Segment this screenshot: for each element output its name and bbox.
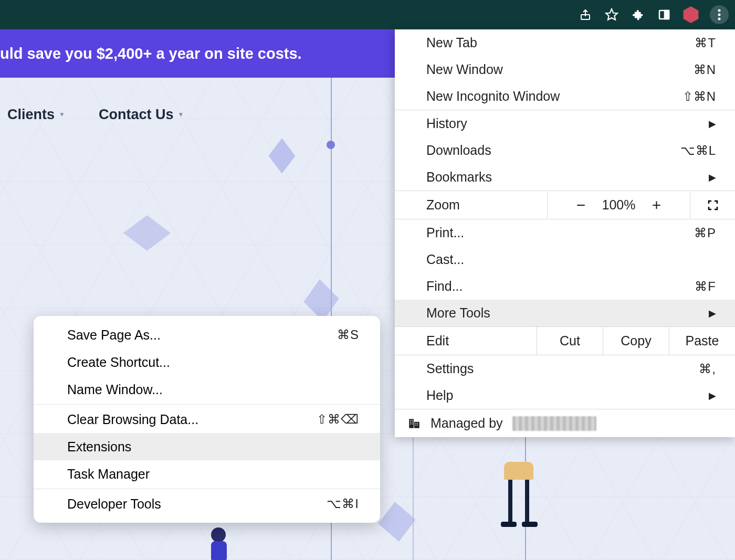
- menu-history[interactable]: History ▶: [395, 110, 735, 137]
- svg-rect-15: [410, 424, 411, 425]
- shortcut-label: ⌘P: [694, 226, 716, 240]
- fullscreen-button[interactable]: [690, 192, 735, 218]
- svg-rect-18: [417, 422, 418, 424]
- zoom-value: 100%: [602, 197, 636, 213]
- menu-zoom-row: Zoom − 100% +: [395, 191, 735, 219]
- managed-prefix: Managed by: [430, 416, 503, 431]
- nav-contact-label: Contact Us: [99, 107, 174, 123]
- chevron-right-icon: ▶: [709, 308, 716, 319]
- nav-contact-us[interactable]: Contact Us ▼: [99, 107, 184, 123]
- menu-label: Cast...: [426, 252, 464, 267]
- chevron-right-icon: ▶: [709, 172, 716, 183]
- svg-rect-13: [410, 421, 411, 422]
- zoom-in-button[interactable]: +: [646, 196, 667, 214]
- shortcut-label: ⌥⌘I: [327, 496, 359, 511]
- menu-label: Find...: [426, 279, 463, 294]
- menu-new-tab[interactable]: New Tab ⌘T: [395, 29, 735, 56]
- submenu-extensions[interactable]: Extensions: [34, 433, 380, 460]
- zoom-label: Zoom: [395, 191, 547, 219]
- nav-clients-label: Clients: [7, 107, 55, 123]
- browser-toolbar: [0, 0, 735, 29]
- nav-clients[interactable]: Clients ▼: [7, 107, 65, 123]
- promo-text: uld save you $2,400+ a year on site cost…: [0, 45, 302, 62]
- share-icon[interactable]: [578, 7, 593, 23]
- svg-rect-9: [409, 419, 414, 428]
- menu-label: New Incognito Window: [426, 89, 560, 104]
- chevron-right-icon: ▶: [709, 390, 716, 401]
- shortcut-label: ⌘,: [699, 362, 716, 376]
- svg-rect-20: [417, 425, 418, 426]
- menu-label: More Tools: [426, 305, 490, 321]
- menu-print[interactable]: Print... ⌘P: [395, 219, 735, 246]
- menu-label: Extensions: [67, 439, 131, 455]
- menu-label: New Tab: [426, 35, 477, 50]
- shortcut-label: ⇧⌘N: [682, 89, 716, 104]
- svg-marker-1: [606, 9, 617, 20]
- submenu-task-manager[interactable]: Task Manager: [34, 460, 380, 488]
- menu-label: Help: [426, 388, 453, 403]
- side-panel-icon[interactable]: [656, 7, 672, 23]
- submenu-create-shortcut[interactable]: Create Shortcut...: [34, 348, 380, 376]
- illustration-person: [211, 527, 227, 560]
- profile-avatar[interactable]: [682, 6, 699, 23]
- menu-more-tools[interactable]: More Tools ▶: [395, 300, 735, 326]
- shortcut-label: ⌘F: [695, 279, 716, 294]
- menu-label: Name Window...: [67, 382, 163, 397]
- menu-label: History: [426, 116, 467, 131]
- menu-label: Downloads: [426, 143, 491, 158]
- svg-rect-3: [665, 10, 669, 19]
- shortcut-label: ⌘S: [337, 327, 359, 342]
- submenu-developer-tools[interactable]: Developer Tools ⌥⌘I: [34, 490, 380, 517]
- bookmark-star-icon[interactable]: [604, 7, 620, 23]
- svg-point-6: [718, 18, 721, 20]
- chevron-down-icon: ▼: [177, 111, 184, 118]
- svg-rect-17: [415, 422, 416, 424]
- menu-label: Settings: [426, 361, 474, 376]
- menu-label: Developer Tools: [67, 496, 161, 512]
- menu-label: Create Shortcut...: [67, 355, 170, 370]
- zoom-out-button[interactable]: −: [571, 196, 592, 214]
- edit-label: Edit: [395, 327, 537, 355]
- menu-edit-row: Edit Cut Copy Paste: [395, 326, 735, 355]
- shortcut-label: ⇧⌘⌫: [317, 412, 359, 427]
- svg-rect-10: [414, 421, 419, 428]
- menu-cast[interactable]: Cast...: [395, 246, 735, 273]
- menu-bookmarks[interactable]: Bookmarks ▶: [395, 164, 735, 191]
- managed-by-row[interactable]: Managed by: [395, 409, 735, 437]
- menu-new-window[interactable]: New Window ⌘N: [395, 56, 735, 83]
- chevron-down-icon: ▼: [59, 111, 65, 118]
- menu-downloads[interactable]: Downloads ⌥⌘L: [395, 137, 735, 164]
- svg-rect-19: [415, 425, 416, 426]
- menu-label: Clear Browsing Data...: [67, 412, 198, 427]
- edit-cut-button[interactable]: Cut: [537, 327, 603, 355]
- building-icon: [407, 417, 421, 430]
- menu-label: Print...: [426, 225, 464, 240]
- chevron-right-icon: ▶: [709, 118, 716, 130]
- illustration-person-legs: [504, 462, 541, 527]
- menu-find[interactable]: Find... ⌘F: [395, 273, 735, 300]
- menu-new-incognito[interactable]: New Incognito Window ⇧⌘N: [395, 83, 735, 110]
- svg-rect-14: [412, 421, 413, 422]
- shortcut-label: ⌥⌘L: [680, 143, 716, 158]
- submenu-save-page[interactable]: Save Page As... ⌘S: [34, 321, 380, 348]
- menu-help[interactable]: Help ▶: [395, 382, 735, 409]
- menu-label: Task Manager: [67, 467, 150, 482]
- menu-label: Save Page As...: [67, 327, 161, 343]
- svg-point-4: [718, 9, 721, 12]
- submenu-name-window[interactable]: Name Window...: [34, 376, 380, 403]
- extensions-puzzle-icon[interactable]: [630, 7, 646, 23]
- edit-paste-button[interactable]: Paste: [669, 327, 735, 355]
- chrome-menu-button[interactable]: [710, 5, 729, 24]
- menu-settings[interactable]: Settings ⌘,: [395, 355, 735, 382]
- svg-rect-12: [412, 420, 413, 421]
- menu-label: New Window: [426, 62, 503, 77]
- more-tools-submenu: Save Page As... ⌘S Create Shortcut... Na…: [34, 316, 380, 523]
- svg-rect-16: [412, 424, 413, 425]
- menu-label: Bookmarks: [426, 170, 492, 185]
- edit-copy-button[interactable]: Copy: [603, 327, 669, 355]
- shortcut-label: ⌘N: [694, 62, 716, 77]
- shortcut-label: ⌘T: [695, 36, 716, 50]
- submenu-clear-browsing-data[interactable]: Clear Browsing Data... ⇧⌘⌫: [34, 406, 380, 433]
- managed-org-redacted: [512, 416, 596, 431]
- svg-point-5: [718, 14, 721, 16]
